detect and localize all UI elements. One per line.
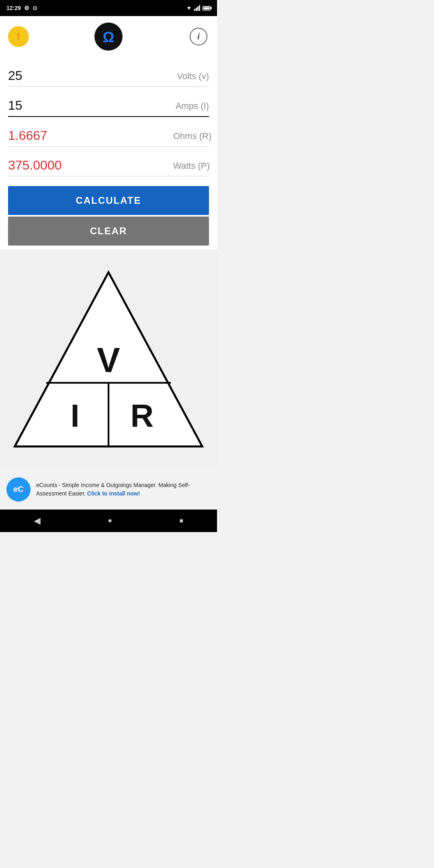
clear-button[interactable]: CLEAR: [8, 217, 209, 246]
status-right: ▼: [186, 5, 211, 11]
svg-text:I: I: [71, 398, 80, 434]
main-content: Volts (v) Amps (I) Ohms (R) Watts (P) CA…: [0, 57, 217, 250]
ohm-triangle-diagram: V I R: [8, 266, 209, 453]
volts-input[interactable]: [8, 68, 173, 83]
status-bar: 12:29 ⚙ ⊙ ▼: [0, 0, 217, 16]
upload-logo[interactable]: ↑: [8, 26, 29, 47]
ad-logo-text: eC: [13, 485, 24, 494]
signal-icon: [194, 5, 200, 11]
amps-label: Amps (I): [176, 101, 209, 113]
back-button[interactable]: ◀: [34, 516, 41, 526]
watts-label: Watts (P): [173, 161, 210, 173]
ad-text-container: eCounts - Simple Income & Outgoings Mana…: [36, 481, 211, 498]
triangle-section: V I R: [0, 250, 217, 469]
info-icon: i: [197, 31, 200, 42]
info-circle: i: [190, 28, 207, 45]
gear-icon: ⚙: [24, 5, 29, 11]
calculate-button[interactable]: CALCULATE: [8, 186, 209, 215]
wifi-icon: ▼: [186, 5, 192, 11]
upload-arrow-icon: ↑: [16, 31, 21, 42]
app-header: ↑ Ω i: [0, 16, 217, 57]
nav-bar: ◀ ● ■: [0, 510, 217, 532]
home-button[interactable]: ●: [108, 516, 112, 525]
ohms-input[interactable]: [8, 128, 169, 143]
watts-row: Watts (P): [8, 151, 209, 176]
status-left: 12:29 ⚙ ⊙: [6, 5, 37, 11]
status-time: 12:29: [6, 5, 21, 11]
watts-input[interactable]: [8, 158, 169, 173]
ohm-logo: Ω: [94, 23, 123, 51]
recent-button[interactable]: ■: [180, 517, 184, 524]
ohms-row: Ohms (R): [8, 121, 209, 147]
ohm-symbol: Ω: [103, 30, 115, 45]
volts-label: Volts (v): [177, 71, 209, 83]
ad-link[interactable]: Click to install now!: [87, 490, 140, 497]
ohms-label: Ohms (R): [173, 131, 211, 143]
battery-icon: [203, 6, 211, 10]
amps-input[interactable]: [8, 98, 172, 113]
svg-text:V: V: [97, 341, 120, 379]
volts-row: Volts (v): [8, 61, 209, 87]
ad-banner[interactable]: eC eCounts - Simple Income & Outgoings M…: [0, 469, 217, 510]
info-button[interactable]: i: [188, 26, 209, 47]
ad-logo: eC: [6, 477, 31, 502]
amps-row: Amps (I): [8, 91, 209, 117]
at-icon: ⊙: [33, 5, 37, 11]
svg-text:R: R: [130, 398, 154, 434]
